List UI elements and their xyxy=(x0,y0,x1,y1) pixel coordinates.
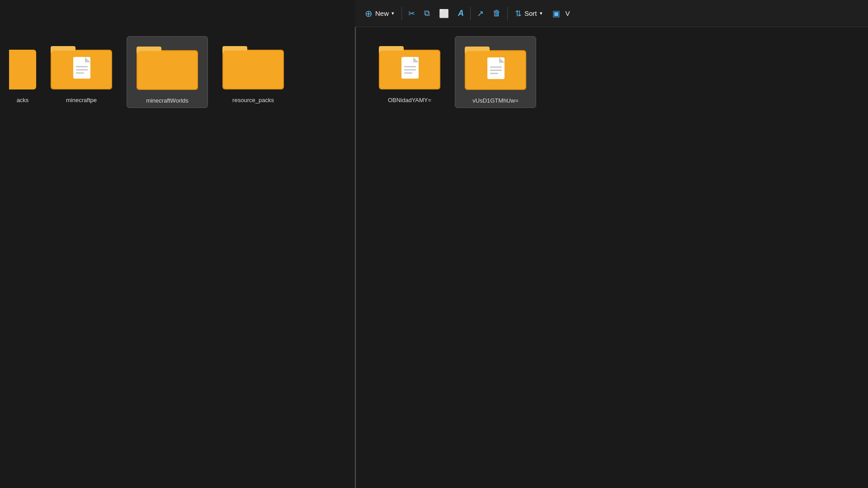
svg-rect-10 xyxy=(76,72,84,74)
svg-rect-23 xyxy=(404,69,416,70)
rename-icon: A xyxy=(458,9,464,18)
svg-rect-16 xyxy=(223,51,283,89)
new-button[interactable]: ⊕ New ▾ xyxy=(359,5,400,22)
new-icon: ⊕ xyxy=(365,8,373,19)
folder-svg xyxy=(222,40,285,94)
folder-label: minecraftpe xyxy=(66,97,97,103)
separator-3 xyxy=(507,7,508,20)
new-chevron-icon: ▾ xyxy=(392,10,394,16)
svg-rect-24 xyxy=(404,72,412,74)
list-item[interactable]: resource_packs xyxy=(212,36,294,108)
folder-icon-minecraftpe xyxy=(50,40,113,94)
view-label: V xyxy=(566,9,570,17)
view-icon: ▣ xyxy=(552,9,560,19)
folder-svg xyxy=(378,40,441,94)
toolbar: ⊕ New ▾ ✂ ⧉ ⬜ A ↗ 🗑 ⇅ Sort ▾ ▣ V xyxy=(355,0,868,27)
svg-rect-13 xyxy=(137,51,197,89)
folder-label: acks xyxy=(17,97,29,103)
folder-icon-minecraftworlds xyxy=(136,40,199,94)
list-item[interactable]: minecraftpe xyxy=(41,36,122,108)
sort-chevron-icon: ▾ xyxy=(540,10,542,16)
share-icon: ↗ xyxy=(477,9,484,19)
paste-icon: ⬜ xyxy=(439,9,449,19)
share-button[interactable]: ↗ xyxy=(472,6,488,21)
sort-button[interactable]: ⇅ Sort ▾ xyxy=(509,6,548,21)
folder-label: vUsD1GTMhUw= xyxy=(472,97,519,104)
folder-label: resource_packs xyxy=(232,97,274,103)
list-item[interactable]: minecraftWorlds xyxy=(127,36,208,108)
cut-button[interactable]: ✂ xyxy=(404,6,420,21)
left-file-grid: acks minecraf xyxy=(9,36,346,108)
sort-icon: ⇅ xyxy=(515,9,522,19)
svg-rect-30 xyxy=(490,66,502,68)
separator-2 xyxy=(470,7,471,20)
folder-svg xyxy=(464,40,527,94)
delete-button[interactable]: 🗑 xyxy=(488,6,505,21)
pane-divider xyxy=(355,0,356,488)
svg-rect-32 xyxy=(490,73,498,74)
sort-label: Sort xyxy=(524,9,537,17)
folder-svg xyxy=(136,40,199,94)
view-button[interactable]: ▣ xyxy=(548,6,565,21)
paste-button[interactable]: ⬜ xyxy=(434,6,453,21)
left-pane: acks minecraf xyxy=(0,0,355,488)
separator-1 xyxy=(401,7,402,20)
list-item[interactable]: vUsD1GTMhUw= xyxy=(455,36,536,108)
list-item[interactable]: acks xyxy=(9,36,36,108)
folder-label: minecraftWorlds xyxy=(146,97,189,104)
folder-icon-vusd xyxy=(464,40,527,94)
new-label: New xyxy=(375,9,389,17)
folder-icon-obn xyxy=(378,40,441,94)
folder-svg xyxy=(50,40,113,94)
right-pane: OBNidadYAMY= xyxy=(355,0,868,488)
right-file-grid: OBNidadYAMY= xyxy=(369,36,854,108)
copy-icon: ⧉ xyxy=(424,9,430,18)
list-item[interactable]: OBNidadYAMY= xyxy=(369,36,450,108)
folder-icon-partial xyxy=(9,40,36,94)
folder-svg xyxy=(9,40,36,94)
folder-label: OBNidadYAMY= xyxy=(388,97,431,103)
svg-rect-8 xyxy=(76,66,88,67)
folder-icon-resource xyxy=(222,40,285,94)
copy-button[interactable]: ⧉ xyxy=(420,6,434,21)
rename-button[interactable]: A xyxy=(453,6,468,21)
cut-icon: ✂ xyxy=(408,9,415,19)
delete-icon: 🗑 xyxy=(493,9,501,18)
svg-rect-31 xyxy=(490,70,502,71)
svg-rect-9 xyxy=(76,69,88,70)
svg-rect-22 xyxy=(404,66,416,67)
svg-rect-2 xyxy=(9,51,35,89)
main-area: acks minecraf xyxy=(0,0,868,488)
